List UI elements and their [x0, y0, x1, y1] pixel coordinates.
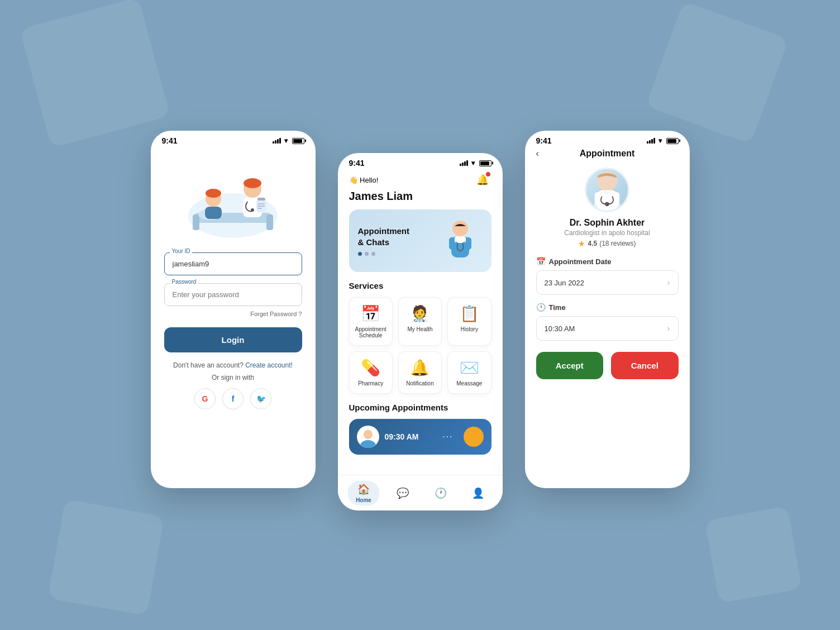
service-history[interactable]: 📋 History: [447, 297, 491, 346]
appointment-title: Appointment: [580, 149, 635, 159]
date-label-row: 📅 Appointment Date: [536, 257, 679, 266]
svg-rect-7: [205, 207, 222, 219]
upcoming-appointment-card[interactable]: 09:30 AM ···: [349, 419, 491, 455]
upcoming-title: Upcoming Appointments: [349, 403, 491, 412]
calendar-icon: 📅: [536, 257, 546, 266]
login-screen: 9:41 ▾: [151, 131, 316, 488]
userid-label: Your ID: [170, 248, 193, 254]
date-arrow-icon: ›: [667, 278, 670, 288]
password-group: Password: [164, 283, 302, 306]
signal-icon-3: [647, 138, 655, 144]
service-notification[interactable]: 🔔 Notification: [398, 351, 442, 394]
login-button[interactable]: Login: [164, 327, 302, 352]
svg-rect-2: [193, 214, 199, 230]
login-form: Your ID Password Forget Password ? Login…: [151, 252, 316, 421]
notification-label: Notification: [406, 380, 433, 386]
battery-icon-3: [666, 138, 679, 144]
forget-password-link[interactable]: Forget Password ?: [164, 311, 302, 317]
nav-profile[interactable]: 👤: [464, 485, 492, 502]
appointment-schedule-icon: 📅: [361, 304, 380, 323]
message-icon: ✉️: [460, 359, 479, 377]
dot-1: [358, 252, 362, 256]
appointment-header: ‹ Appointment: [536, 149, 679, 159]
banner-dots: [358, 252, 409, 256]
rating-value: 4.5: [588, 240, 597, 247]
greeting-row: 👋 Hello! 🔔: [349, 171, 491, 189]
accept-button[interactable]: Accept: [536, 352, 604, 379]
signal-icon: [273, 138, 281, 144]
notification-icon: 🔔: [410, 359, 429, 377]
back-button[interactable]: ‹: [536, 149, 539, 159]
appointment-screen: 9:41 ▾ ‹ Appointment: [525, 131, 690, 488]
my-health-icon: 🧑‍⚕️: [410, 304, 429, 323]
time-picker[interactable]: 10:30 AM ›: [536, 316, 679, 341]
history-label: History: [461, 326, 478, 332]
or-signin-text: Or sign in with: [212, 374, 254, 381]
time-arrow-icon: ›: [667, 323, 670, 333]
upcoming-time: 09:30 AM: [385, 432, 419, 441]
notification-bell[interactable]: 🔔: [474, 171, 491, 189]
social-buttons: G f 🐦: [194, 388, 271, 409]
banner-text: Appointment& Chats: [358, 226, 409, 247]
time-section: 🕐 Time 10:30 AM ›: [536, 303, 679, 341]
nav-chat[interactable]: 💬: [389, 485, 417, 502]
facebook-signin-button[interactable]: f: [222, 388, 244, 409]
status-icons-2: ▾: [460, 159, 491, 167]
service-message[interactable]: ✉️ Meassage: [447, 351, 491, 394]
time-label-row: 🕐 Time: [536, 303, 679, 312]
svg-rect-13: [257, 198, 265, 201]
signup-text: Don't have an account? Create account!: [173, 361, 293, 369]
doctor-specialty: Cardiologist in apolo hospital: [564, 229, 650, 237]
signal-icon-2: [460, 160, 468, 166]
home-content: 👋 Hello! 🔔 James Liam Appointment& Chats: [338, 171, 503, 455]
cancel-button[interactable]: Cancel: [611, 352, 679, 379]
clock-icon: 🕐: [536, 303, 546, 312]
screens-container: 9:41 ▾: [151, 120, 690, 510]
date-label: Appointment Date: [549, 257, 612, 266]
upcoming-options[interactable]: ···: [442, 432, 453, 442]
upcoming-avatar: [357, 426, 379, 448]
status-bar-1: 9:41 ▾: [151, 131, 316, 149]
date-picker[interactable]: 23 Jun 2022 ›: [536, 270, 679, 295]
wifi-icon-2: ▾: [471, 159, 475, 167]
greeting-hello: 👋 Hello!: [349, 176, 379, 184]
doctor-illustration: [177, 154, 289, 244]
profile-nav-icon: 👤: [472, 487, 484, 499]
nav-home[interactable]: 🏠 Home: [348, 481, 379, 505]
svg-point-24: [360, 440, 376, 448]
svg-point-17: [452, 221, 468, 236]
pharmacy-icon: 💊: [361, 359, 380, 377]
appointment-schedule-label: Appointment Schedule: [354, 326, 388, 338]
service-pharmacy[interactable]: 💊 Pharmacy: [349, 351, 393, 394]
review-count: (18 reviews): [599, 240, 636, 247]
create-account-link[interactable]: Create account!: [245, 361, 293, 369]
date-section: 📅 Appointment Date 23 Jun 2022 ›: [536, 257, 679, 295]
svg-point-9: [244, 178, 261, 188]
password-label: Password: [170, 279, 199, 285]
home-nav-icon: 🏠: [357, 483, 370, 495]
history-icon: 📋: [460, 304, 479, 323]
userid-group: Your ID: [164, 252, 302, 275]
doctor-avatar: [585, 168, 629, 212]
twitter-signin-button[interactable]: 🐦: [250, 388, 271, 409]
userid-input[interactable]: [164, 252, 302, 275]
chat-nav-icon: 💬: [397, 487, 409, 499]
appointment-content: ‹ Appointment: [525, 149, 690, 379]
date-value: 23 Jun 2022: [545, 279, 585, 287]
nav-clock[interactable]: 🕐: [427, 485, 455, 502]
google-signin-button[interactable]: G: [194, 388, 216, 409]
battery-icon: [292, 138, 304, 144]
appointment-banner[interactable]: Appointment& Chats: [349, 209, 491, 272]
battery-icon-2: [479, 160, 491, 166]
doctor-profile: Dr. Sophin Akhter Cardiologist in apolo …: [536, 168, 679, 248]
svg-point-30: [605, 202, 609, 206]
service-appointment-schedule[interactable]: 📅 Appointment Schedule: [349, 297, 393, 346]
svg-point-23: [364, 430, 373, 439]
service-my-health[interactable]: 🧑‍⚕️ My Health: [398, 297, 442, 346]
message-label: Meassage: [456, 380, 482, 386]
services-grid: 📅 Appointment Schedule 🧑‍⚕️ My Health 📋 …: [349, 297, 491, 394]
doctor-name: Dr. Sophin Akhter: [570, 218, 645, 228]
password-input[interactable]: [164, 283, 302, 306]
status-icons-1: ▾: [273, 137, 304, 145]
time-3: 9:41: [536, 136, 552, 145]
